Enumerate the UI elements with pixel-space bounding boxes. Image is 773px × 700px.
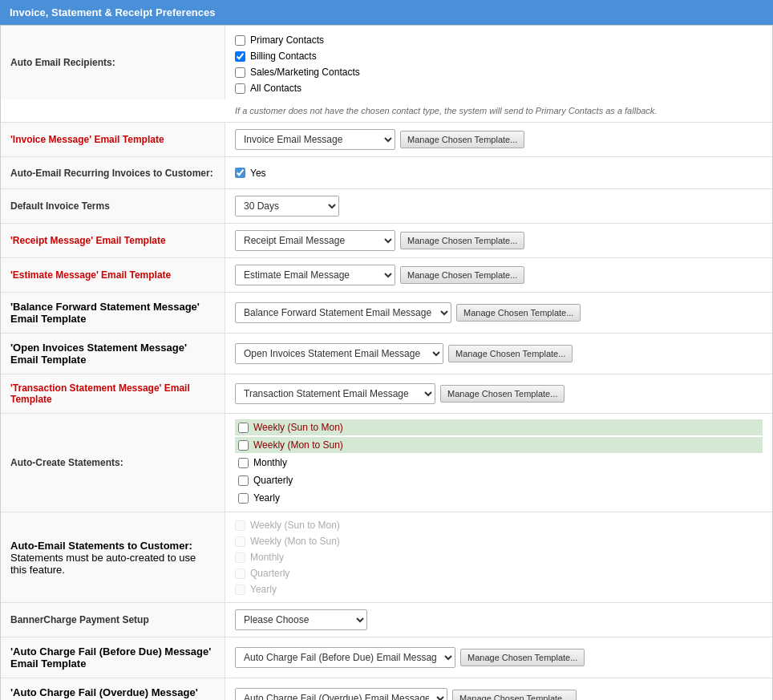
balance-forward-template-dropdown[interactable]: Balance Forward Statement Email Message [235,302,451,323]
open-invoices-template-dropdown[interactable]: Open Invoices Statement Email Message [235,343,443,364]
auto-create-monthly-item[interactable]: Monthly [235,455,290,471]
default-invoice-terms-dropdown[interactable]: 30 Days [235,196,339,216]
receipt-message-manage-btn[interactable]: Manage Chosen Template... [400,232,524,249]
estimate-message-template-dropdown[interactable]: Estimate Email Message [235,265,395,285]
auto-email-weekly-sun-label: Weekly (Sun to Mon) [250,520,340,531]
all-contacts-checkbox-item[interactable]: All Contacts [235,83,302,94]
auto-email-recurring-checkbox-item[interactable]: Yes [235,168,266,179]
bannercharge-payment-value-cell: Please Choose [225,603,772,637]
sales-contacts-label: Sales/Marketing Contacts [250,67,360,78]
auto-create-statements-label-cell: Auto-Create Statements: [1,414,225,512]
invoice-message-template-value-cell: Invoice Email Message Manage Chosen Temp… [225,123,772,156]
auto-email-quarterly-item: Quarterly [235,568,289,579]
auto-email-recipients-row: Auto Email Recipients: Primary Contacts … [1,26,772,123]
auto-create-weekly-sun-item[interactable]: Weekly (Sun to Mon) [235,419,763,435]
auto-charge-fail-before-label: 'Auto Charge Fail (Before Due) Message' … [10,645,215,670]
billing-contacts-checkbox-item[interactable]: Billing Contacts [235,51,317,62]
auto-charge-fail-overdue-label-cell: 'Auto Charge Fail (Overdue) Message' Ema… [1,678,225,700]
invoice-message-template-row: 'Invoice Message' Email Template Invoice… [1,123,772,157]
auto-email-weekly-mon-checkbox [235,536,245,547]
open-invoices-template-value-cell: Open Invoices Statement Email Message Ma… [225,334,772,374]
invoice-message-template-dropdown[interactable]: Invoice Email Message [235,129,395,150]
bannercharge-payment-row: BannerCharge Payment Setup Please Choose [1,603,772,637]
default-invoice-terms-row: Default Invoice Terms 30 Days [1,189,772,224]
auto-email-monthly-item: Monthly [235,552,284,563]
auto-create-monthly-label: Monthly [253,457,287,468]
estimate-message-template-label-cell: 'Estimate Message' Email Template [1,258,225,292]
auto-email-quarterly-checkbox [235,568,245,579]
auto-charge-fail-overdue-manage-btn[interactable]: Manage Chosen Template... [452,690,577,700]
bannercharge-payment-label: BannerCharge Payment Setup [10,614,149,625]
transaction-statement-template-row: 'Transaction Statement Message' Email Te… [1,374,772,414]
sales-contacts-checkbox[interactable] [235,67,245,78]
auto-charge-fail-overdue-dropdown[interactable]: Auto Charge Fail (Overdue) Email Message [235,688,447,700]
estimate-message-manage-btn[interactable]: Manage Chosen Template... [400,266,524,284]
auto-create-statements-label: Auto-Create Statements: [10,457,123,468]
open-invoices-template-label-cell: 'Open Invoices Statement Message' Email … [1,334,225,374]
auto-email-weekly-sun-checkbox [235,520,245,531]
receipt-message-template-row: 'Receipt Message' Email Template Receipt… [1,224,772,258]
billing-contacts-checkbox[interactable] [235,51,245,62]
auto-email-recurring-label: Auto-Email Recurring Invoices to Custome… [10,168,213,179]
auto-create-weekly-mon-label: Weekly (Mon to Sun) [253,439,343,451]
transaction-statement-manage-btn[interactable]: Manage Chosen Template... [440,385,565,403]
invoice-message-manage-btn[interactable]: Manage Chosen Template... [400,131,524,148]
auto-email-note: If a customer does not have the chosen c… [1,103,772,122]
default-invoice-terms-label-cell: Default Invoice Terms [1,189,225,223]
auto-email-monthly-label: Monthly [250,552,284,563]
bannercharge-payment-label-cell: BannerCharge Payment Setup [1,603,225,637]
default-invoice-terms-value-cell: 30 Days [225,189,772,223]
auto-create-quarterly-checkbox[interactable] [238,475,249,486]
transaction-statement-template-dropdown[interactable]: Transaction Statement Email Message [235,383,435,404]
primary-contacts-checkbox-item[interactable]: Primary Contacts [235,34,324,46]
form-container: Auto Email Recipients: Primary Contacts … [0,25,773,700]
bannercharge-payment-dropdown[interactable]: Please Choose [235,609,367,630]
auto-create-weekly-sun-checkbox[interactable] [238,423,249,433]
auto-email-statements-row: Auto-Email Statements to Customer: State… [1,512,772,603]
auto-email-statements-sublabel: Statements must be auto-created to use t… [10,552,215,576]
balance-forward-template-row: 'Balance Forward Statement Message' Emai… [1,293,772,334]
auto-email-quarterly-label: Quarterly [250,568,289,579]
auto-create-monthly-checkbox[interactable] [238,458,249,468]
auto-create-yearly-item[interactable]: Yearly [235,490,283,506]
sales-contacts-checkbox-item[interactable]: Sales/Marketing Contacts [235,67,360,78]
all-contacts-label: All Contacts [250,83,302,94]
auto-email-recipients-value-cell: Primary Contacts Billing Contacts Sales/… [225,26,772,99]
auto-charge-fail-before-label-cell: 'Auto Charge Fail (Before Due) Message' … [1,637,225,678]
estimate-message-template-label: 'Estimate Message' Email Template [10,269,171,281]
primary-contacts-checkbox[interactable] [235,35,245,46]
auto-email-recurring-label-cell: Auto-Email Recurring Invoices to Custome… [1,157,225,188]
receipt-message-template-dropdown[interactable]: Receipt Email Message [235,230,395,251]
auto-email-weekly-mon-label: Weekly (Mon to Sun) [250,536,340,547]
auto-create-yearly-label: Yearly [253,492,280,504]
open-invoices-template-label: 'Open Invoices Statement Message' Email … [10,342,215,366]
auto-charge-fail-overdue-row: 'Auto Charge Fail (Overdue) Message' Ema… [1,678,772,700]
auto-create-weekly-mon-checkbox[interactable] [238,440,249,451]
auto-charge-fail-overdue-label: 'Auto Charge Fail (Overdue) Message' Ema… [10,686,215,700]
auto-charge-fail-before-manage-btn[interactable]: Manage Chosen Template... [460,649,585,666]
auto-create-quarterly-item[interactable]: Quarterly [235,472,296,488]
auto-create-yearly-checkbox[interactable] [238,493,249,504]
auto-create-weekly-mon-item[interactable]: Weekly (Mon to Sun) [235,437,763,453]
auto-create-statements-row: Auto-Create Statements: Weekly (Sun to M… [1,414,772,512]
auto-create-weekly-sun-label: Weekly (Sun to Mon) [253,422,343,433]
auto-create-quarterly-label: Quarterly [253,475,293,486]
auto-email-recurring-yes-label: Yes [250,168,266,179]
estimate-message-template-row: 'Estimate Message' Email Template Estima… [1,258,772,293]
receipt-message-template-label: 'Receipt Message' Email Template [10,235,166,246]
auto-email-recurring-checkbox[interactable] [235,168,245,178]
auto-email-yearly-label: Yearly [250,584,277,595]
receipt-message-template-value-cell: Receipt Email Message Manage Chosen Temp… [225,224,772,257]
open-invoices-manage-btn[interactable]: Manage Chosen Template... [448,345,573,362]
auto-charge-fail-before-dropdown[interactable]: Auto Charge Fail (Before Due) Email Mess… [235,647,455,668]
page-header: Invoice, Statement & Receipt Preferences [0,0,773,25]
page-title: Invoice, Statement & Receipt Preferences [10,6,216,18]
receipt-message-template-label-cell: 'Receipt Message' Email Template [1,224,225,257]
auto-email-statements-label: Auto-Email Statements to Customer: [10,540,215,552]
auto-email-weekly-sun-item: Weekly (Sun to Mon) [235,520,340,531]
balance-forward-manage-btn[interactable]: Manage Chosen Template... [456,304,581,322]
primary-contacts-label: Primary Contacts [250,34,324,46]
auto-email-recurring-row: Auto-Email Recurring Invoices to Custome… [1,157,772,189]
auto-email-yearly-checkbox [235,585,245,595]
all-contacts-checkbox[interactable] [235,83,245,94]
